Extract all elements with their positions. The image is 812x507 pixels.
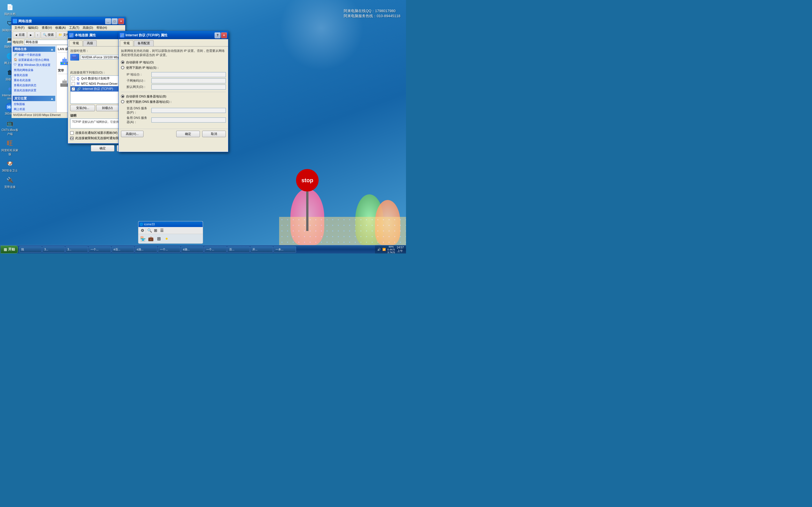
taskbar-item-6[interactable]: 一个... [158, 246, 181, 252]
install-button[interactable]: 安装(N)... [70, 105, 95, 111]
sidebar-link-firewall[interactable]: 🛡 更改 Windows 防火墙设置 [14, 62, 54, 68]
widget-briefcase-icon[interactable]: 💼 [147, 235, 154, 242]
network-maximize-button[interactable]: □ [112, 18, 117, 24]
sidebar-other-title[interactable]: 其它位置 ▲ [13, 96, 55, 101]
tray-volume-icon: 📶 [382, 248, 386, 251]
tcp-checkbox[interactable] [71, 87, 75, 91]
qos-checkbox[interactable] [71, 77, 75, 80]
uninstall-button[interactable]: 卸载(U) [96, 105, 118, 111]
network-minimize-button[interactable]: _ [105, 18, 111, 24]
back-button[interactable]: ◄ 后退 [13, 32, 27, 38]
sidebar-link-my-doc[interactable]: 我的文档 [14, 112, 54, 112]
taskbar-item-2[interactable]: 3... [65, 246, 88, 252]
tcp-content: 如果网络支持此功能，则可以获取自动指派的 IP 设置。否则，您需要从网络系统管理… [119, 47, 228, 129]
notify-icon-checkbox[interactable] [70, 131, 73, 135]
auto-ip-radio-btn[interactable] [121, 61, 124, 64]
auto-ip-radio[interactable]: 自动获得 IP 地址(O) [121, 60, 226, 64]
tcp-help-button[interactable]: ? [214, 33, 220, 38]
taskbar-item-7[interactable]: e路... [181, 246, 204, 252]
icon-alipai[interactable]: 旺 阿里旺旺买家版 [1, 138, 19, 158]
sidebar-link-neighbor[interactable]: 网上邻居 [14, 107, 54, 112]
tab-advanced[interactable]: 高级 [83, 40, 97, 46]
sidebar-link-repair[interactable]: 修复此连接 [14, 73, 54, 78]
mtc-checkbox[interactable] [71, 82, 75, 86]
widget-search-icon[interactable]: 🔍 [147, 228, 152, 233]
forward-icon: ► [29, 33, 33, 37]
sidebar-link-control[interactable]: 控制面板 [14, 102, 54, 107]
widget-taobao-icon[interactable]: 🏪 [140, 235, 146, 242]
sidebar-link-rename[interactable]: 重命名此连接 [14, 78, 54, 83]
taskbar-tray: 🔊 📶 89% 0.4K/S 3.7K/S 14:57 上午 [375, 245, 406, 253]
menu-help[interactable]: 帮助(H) [95, 25, 109, 31]
widget-grid-icon[interactable]: ⊞ [153, 228, 158, 233]
subnet-input[interactable] [151, 78, 226, 83]
tcp-cancel-button[interactable]: 取消 [202, 131, 226, 137]
auto-dns-radio-btn[interactable] [121, 95, 124, 98]
qq-line1: 阿来电脑在线QQ：1798017980 [344, 8, 400, 13]
menu-file[interactable]: 文件(F) [13, 25, 26, 31]
tab-general[interactable]: 常规 [69, 40, 83, 46]
360safe-icon: 🐶 [5, 159, 14, 168]
start-button[interactable]: ⊞ 开始 [1, 245, 18, 253]
tcp-tab-general[interactable]: 常规 [120, 40, 133, 46]
back-icon: ◄ [15, 33, 18, 37]
iptv-label: CNTV-iBox客户端 [1, 128, 18, 136]
manual-ip-radio-btn[interactable] [121, 66, 124, 69]
icon-iptv[interactable]: 📺 CNTV-iBox客户端 [1, 117, 19, 137]
forward-button[interactable]: ► [28, 32, 35, 38]
network-close-button[interactable]: × [118, 18, 124, 24]
notify-disconnect-checkbox[interactable]: ✓ [70, 136, 73, 140]
taskbar-item-1[interactable]: 3... [42, 246, 65, 252]
widget-settings-icon[interactable]: ⚙ [140, 228, 145, 233]
tcp-tab-alternate[interactable]: 备用配置 [134, 40, 154, 46]
gateway-input[interactable] [151, 84, 226, 90]
manual-dns-radio[interactable]: 使用下面的 DNS 服务器地址(E)： [121, 100, 226, 104]
sidebar-tasks-title[interactable]: 网络任务 ▲ [13, 47, 55, 52]
search-button[interactable]: 🔍 搜索 [41, 32, 56, 38]
taskbar-item-10[interactable]: 开... [250, 246, 273, 252]
tcp-close-button[interactable]: × [221, 33, 227, 38]
widget-list-icon[interactable]: ☰ [159, 228, 165, 233]
alternate-dns-input[interactable] [151, 117, 226, 122]
ip-address-input[interactable] [151, 72, 226, 77]
search-icon: 🔍 [43, 33, 47, 37]
taskbar-item-5[interactable]: e路... [135, 246, 157, 252]
360safe-label: 360安全卫士 [2, 169, 18, 173]
firewall-icon: 🛡 [14, 63, 17, 66]
menu-tools[interactable]: 工具(T) [67, 25, 81, 31]
network-window-controls: _ □ × [105, 18, 124, 24]
up-button[interactable]: ↑ [35, 32, 41, 38]
widget-yellow-icon[interactable]: ● [163, 235, 170, 242]
icon-broadband[interactable]: 🔌 宽带连接 [1, 174, 19, 190]
sidebar-link-new-conn[interactable]: 🔗 创建一个新的连接 [14, 52, 54, 57]
auto-dns-radio[interactable]: 自动获得 DNS 服务器地址(B) [121, 94, 226, 99]
icon-360safe[interactable]: 🐶 360安全卫士 [1, 158, 19, 174]
network-titlebar: 🌐 网络连接 _ □ × [11, 17, 125, 25]
widget-title: icome33 [144, 223, 155, 226]
sidebar-link-status[interactable]: 查看此连接的状态 [14, 83, 54, 88]
menu-view[interactable]: 查看(V) [40, 25, 54, 31]
widget-grid2-icon[interactable]: ⊞ [155, 235, 162, 242]
taskbar-item-8[interactable]: 一个... [204, 246, 227, 252]
manual-dns-radio-btn[interactable] [121, 100, 124, 103]
taskbar-item-11[interactable]: 一本... [273, 246, 296, 252]
icon-my-doc[interactable]: 📄 我的文档 [1, 1, 19, 17]
taskbar-item-9[interactable]: 百... [227, 246, 250, 252]
svg-rect-2 [64, 57, 65, 59]
sidebar-link-change[interactable]: 更改此连接的设置 [14, 88, 54, 93]
menu-favorites[interactable]: 收藏(A) [54, 25, 67, 31]
tcp-advanced-button[interactable]: 高级(V)... [121, 131, 144, 137]
tcp-ok-button[interactable]: 确定 [176, 131, 200, 137]
sidebar-link-disable[interactable]: 禁用此网络设备 [14, 68, 54, 73]
primary-dns-input[interactable] [151, 108, 226, 113]
taskbar-item-3[interactable]: 一个... [89, 246, 111, 252]
tray-time: 14:57 上午 [397, 246, 404, 253]
menu-advanced[interactable]: 高级(D) [81, 25, 95, 31]
notify-disconnect-label: 此连接被限制或无连接时通知我(M) [75, 136, 123, 140]
local-conn-ok-button[interactable]: 确定 [91, 145, 114, 152]
sidebar-link-home-net[interactable]: 🏠 设置家庭或小型办公网络 [14, 57, 54, 62]
menu-edit[interactable]: 编辑(E) [26, 25, 40, 31]
taskbar-item-4[interactable]: e百... [112, 246, 134, 252]
taskbar-item-0[interactable]: 我 [19, 246, 42, 252]
manual-ip-radio[interactable]: 使用下面的 IP 地址(S)： [121, 66, 226, 70]
